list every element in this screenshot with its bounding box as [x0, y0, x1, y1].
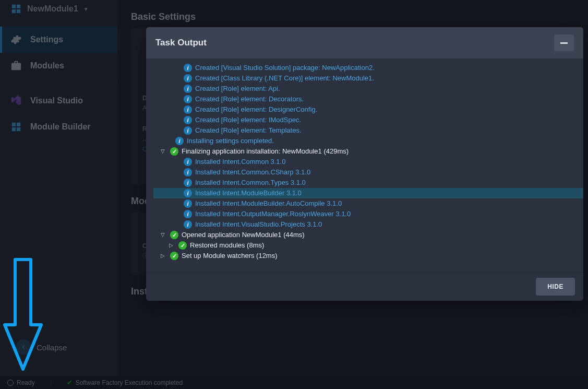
log-line: ▽✓Opened application NewModule1 (44ms) — [153, 230, 583, 240]
log-line: iInstalled Intent.ModuleBuilder.AutoComp… — [153, 198, 583, 209]
log-line: iCreated [Role] element: DesignerConfig. — [153, 104, 583, 115]
chevron-down-icon[interactable]: ▽ — [159, 147, 167, 156]
log-line: iCreated [Visual Studio Solution] packag… — [153, 63, 583, 73]
success-icon: ✓ — [178, 241, 187, 250]
info-icon: i — [184, 168, 192, 176]
log-text: Installed Intent.VisualStudio.Projects 3… — [195, 219, 322, 230]
log-text: Created [Role] element: Templates. — [195, 125, 302, 136]
log-line: iCreated [Role] element: IModSpec. — [153, 115, 583, 125]
log-text: Installed Intent.Common 3.1.0 — [195, 157, 285, 167]
info-icon: i — [184, 116, 192, 124]
log-text: Installed Intent.ModuleBuilder 3.1.0 — [195, 188, 302, 198]
log-line: iCreated [Role] element: Decorators. — [153, 94, 583, 104]
log-text: Created [Visual Studio Solution] package… — [195, 63, 375, 73]
success-icon: ✓ — [170, 231, 178, 239]
log-text: Opened application NewModule1 (44ms) — [182, 230, 305, 240]
chevron-right-icon[interactable]: ▷ — [159, 252, 167, 260]
log-line: iInstalled Intent.ModuleBuilder 3.1.0 — [153, 188, 583, 198]
info-icon: i — [184, 199, 192, 208]
chevron-down-icon[interactable]: ▽ — [159, 231, 167, 239]
modal-header: Task Output — [146, 27, 583, 58]
modal-title: Task Output — [155, 38, 207, 48]
info-icon: i — [184, 64, 192, 72]
info-icon: i — [184, 126, 192, 135]
minimize-button[interactable] — [554, 34, 574, 51]
log-text: Installing settings completed. — [187, 136, 274, 146]
log-text: Installed Intent.Common.CSharp 3.1.0 — [195, 167, 310, 178]
log-line: iInstalled Intent.Common.Types 3.1.0 — [153, 178, 583, 188]
log-line: iInstalled Intent.VisualStudio.Projects … — [153, 219, 583, 230]
info-icon: i — [184, 179, 192, 187]
success-icon: ✓ — [170, 252, 178, 260]
info-icon: i — [184, 105, 192, 114]
info-icon: i — [184, 189, 192, 197]
log-text: Restored modules (8ms) — [190, 240, 264, 251]
success-icon: ✓ — [170, 147, 178, 156]
modal-body[interactable]: iCreated [Visual Studio Solution] packag… — [146, 58, 583, 272]
log-text: Set up Module watchers (12ms) — [182, 251, 278, 261]
log-text: Created [Role] element: Api. — [195, 84, 280, 94]
chevron-right-icon[interactable]: ▷ — [167, 241, 175, 250]
log-line: ▷✓Restored modules (8ms) — [153, 240, 583, 251]
hide-button[interactable]: HIDE — [536, 278, 575, 296]
log-line: iCreated [Class Library (.NET Core)] ele… — [153, 73, 583, 84]
task-output-modal: Task Output iCreated [Visual Studio Solu… — [146, 27, 583, 301]
log-text: Created [Role] element: Decorators. — [195, 94, 304, 104]
log-line: iInstalling settings completed. — [153, 136, 583, 146]
minimize-icon — [560, 42, 568, 44]
log-line: iInstalled Intent.Common 3.1.0 — [153, 157, 583, 167]
log-line: ▷✓Set up Module watchers (12ms) — [153, 251, 583, 261]
info-icon: i — [175, 137, 184, 145]
log-line: iInstalled Intent.OutputManager.RoslynWe… — [153, 209, 583, 219]
info-icon: i — [184, 95, 192, 103]
info-icon: i — [184, 74, 192, 82]
log-line: iInstalled Intent.Common.CSharp 3.1.0 — [153, 167, 583, 178]
info-icon: i — [184, 220, 192, 229]
modal-footer: HIDE — [146, 272, 583, 301]
log-line: iCreated [Role] element: Api. — [153, 84, 583, 94]
log-text: Installed Intent.ModuleBuilder.AutoCompi… — [195, 198, 342, 209]
log-text: Finalizing application installation: New… — [182, 146, 349, 157]
log-text: Created [Class Library (.NET Core)] elem… — [195, 73, 374, 84]
info-icon: i — [184, 210, 192, 218]
info-icon: i — [184, 158, 192, 166]
log-text: Installed Intent.OutputManager.RoslynWea… — [195, 209, 351, 219]
log-text: Installed Intent.Common.Types 3.1.0 — [195, 178, 306, 188]
log-line: ▽✓Finalizing application installation: N… — [153, 146, 583, 157]
info-icon: i — [184, 85, 192, 93]
log-line: iCreated [Role] element: Templates. — [153, 125, 583, 136]
log-text: Created [Role] element: DesignerConfig. — [195, 104, 317, 115]
log-text: Created [Role] element: IModSpec. — [195, 115, 301, 125]
